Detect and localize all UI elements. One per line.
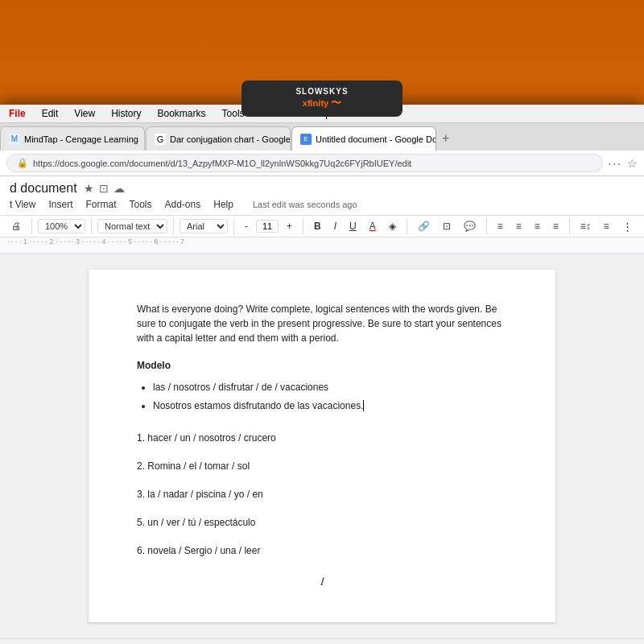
docs-menu-addons[interactable]: Add-ons [165, 199, 201, 210]
star-icon[interactable]: ★ [84, 182, 94, 195]
doc-modelo-label: Modelo [137, 358, 507, 374]
tab-mindtap[interactable]: M MindTap - Cengage Learning ✕ [0, 126, 145, 151]
tab-bar: M MindTap - Cengage Learning ✕ G Dar con… [0, 123, 644, 151]
wifi-icon: 〜 [331, 97, 341, 109]
toolbar-separator-7 [486, 218, 487, 234]
align-left-button[interactable]: ≡ [493, 219, 508, 233]
horizontal-scrollbar[interactable] [0, 638, 644, 644]
font-select[interactable]: Arial [180, 219, 228, 233]
highlight-button[interactable]: ◈ [384, 219, 401, 233]
url-input[interactable]: 🔒 https://docs.google.com/document/d/13_… [6, 154, 603, 172]
align-justify-button[interactable]: ≡ [548, 219, 564, 233]
font-size-input[interactable] [256, 220, 279, 233]
device-brand2: xfinity 〜 [303, 96, 341, 110]
link-button[interactable]: 🔗 [413, 219, 435, 233]
device-brand: SLOWSKYS [295, 87, 348, 96]
toolbar-separator-3 [173, 218, 174, 234]
bullet-item-1: las / nosotros / disfrutar / de / vacaci… [153, 380, 507, 395]
docs-title-icons: ★ ⊡ ☁ [84, 182, 125, 195]
numbered-item-1: 1. hacer / un / nosotros / crucero [137, 431, 507, 446]
tab-docs[interactable]: E Untitled document - Google Doc ✕ [291, 126, 436, 151]
bullet-item-2: Nosotros estamos disfrutando de las vaca… [153, 398, 507, 414]
google-favicon: G [155, 134, 166, 145]
new-tab-button[interactable]: + [437, 131, 454, 146]
mindtap-favicon: M [9, 134, 20, 145]
doc-content-area: What is everyone doing? Write complete, … [0, 254, 644, 638]
font-size-increase[interactable]: + [282, 219, 297, 233]
docs-menu-help[interactable]: Help [213, 199, 233, 210]
menu-bookmarks[interactable]: Bookmarks [155, 106, 208, 121]
italic-button[interactable]: I [329, 219, 341, 233]
comment-button[interactable]: 💬 [459, 219, 481, 233]
align-center-button[interactable]: ≡ [511, 219, 526, 233]
menu-history[interactable]: History [109, 106, 143, 121]
url-text: https://docs.google.com/document/d/13_Az… [33, 159, 411, 168]
doc-page[interactable]: What is everyone doing? Write complete, … [89, 270, 555, 622]
align-right-button[interactable]: ≡ [530, 219, 545, 233]
zoom-select[interactable]: 100% [38, 219, 85, 233]
bookmark-icon[interactable]: ☆ [627, 157, 638, 170]
toolbar-separator-4 [233, 218, 234, 234]
last-edit-status: Last edit was seconds ago [253, 200, 357, 209]
menu-edit[interactable]: Edit [39, 106, 61, 121]
underline-button[interactable]: U [345, 219, 361, 233]
xfinity-device: SLOWSKYS xfinity 〜 [242, 80, 402, 117]
doc-instructions: What is everyone doing? Write complete, … [137, 302, 507, 345]
docs-menu-bar: t View Insert Format Tools Add-ons Help … [10, 199, 634, 210]
ruler-track: · · · · 1 · · · · · 2 · · · · · 3 · · · … [3, 237, 641, 253]
toolbar-separator-5 [303, 218, 303, 234]
numbered-item-5: 5. un / ver / tú / espectáculo [137, 515, 507, 530]
tab-docs-label: Untitled document - Google Doc [316, 134, 436, 144]
ruler-mark-1: · · · · 1 · · · · · 2 · · · · · 3 · · · … [7, 237, 184, 246]
docs-title: d document [10, 181, 77, 196]
numbered-item-2: 2. Romina / el / tomar / sol [137, 459, 507, 474]
toolbar-separator-6 [407, 218, 407, 234]
docs-menu-insert[interactable]: Insert [48, 199, 72, 210]
font-size-decrease[interactable]: - [240, 219, 253, 233]
docs-title-row: d document ★ ⊡ ☁ [10, 181, 634, 196]
tab-mindtap-close[interactable]: ✕ [143, 134, 145, 145]
numbered-item-6: 6. novela / Sergio / una / leer [137, 543, 507, 559]
lock-icon: 🔒 [17, 158, 28, 168]
toolbar-separator-1 [31, 218, 32, 234]
address-bar: 🔒 https://docs.google.com/document/d/13_… [0, 151, 644, 176]
docs-header: d document ★ ⊡ ☁ t View Insert Format To… [0, 176, 644, 216]
image-button[interactable]: ⊡ [438, 219, 456, 233]
doc-bullet-list: las / nosotros / disfrutar / de / vacaci… [153, 380, 507, 414]
docs-menu-tools[interactable]: Tools [130, 199, 152, 210]
print-button[interactable]: 🖨 [6, 219, 26, 233]
style-select[interactable]: Normal text [97, 219, 167, 233]
tab-google-label: Dar conjugation chart - Google [170, 134, 291, 144]
ruler: · · · · 1 · · · · · 2 · · · · · 3 · · · … [0, 237, 644, 254]
laptop-screen: File Edit View History Bookmarks Tools W… [0, 105, 644, 644]
text-cursor-beam: 𝐼 [137, 572, 507, 590]
bold-button[interactable]: B [309, 219, 326, 233]
text-color-button[interactable]: A [365, 219, 381, 233]
text-cursor [363, 400, 364, 411]
menu-file[interactable]: File [6, 106, 28, 121]
numbered-item-3: 3. la / nadar / piscina / yo / en [137, 487, 507, 502]
drive-icon[interactable]: ⊡ [99, 182, 109, 195]
line-spacing-button[interactable]: ≡↕ [576, 219, 596, 233]
cloud-icon[interactable]: ☁ [114, 182, 125, 195]
toolbar-separator-2 [91, 218, 92, 234]
numbered-list-button[interactable]: ⋮ [617, 219, 638, 234]
docs-favicon: E [300, 134, 312, 145]
toolbar-separator-8 [569, 218, 570, 234]
tab-mindtap-label: MindTap - Cengage Learning [24, 134, 138, 144]
browser-menu-dots[interactable]: ··· [608, 157, 622, 170]
tab-google[interactable]: G Dar conjugation chart - Google ✕ [146, 126, 291, 151]
docs-menu-view[interactable]: t View [10, 199, 35, 210]
menu-view[interactable]: View [72, 106, 97, 121]
docs-menu-format[interactable]: Format [85, 199, 116, 210]
format-toolbar: 🖨 100% Normal text Arial - + B I U A ◈ 🔗… [0, 216, 644, 237]
list-button[interactable]: ≡ [599, 219, 614, 233]
